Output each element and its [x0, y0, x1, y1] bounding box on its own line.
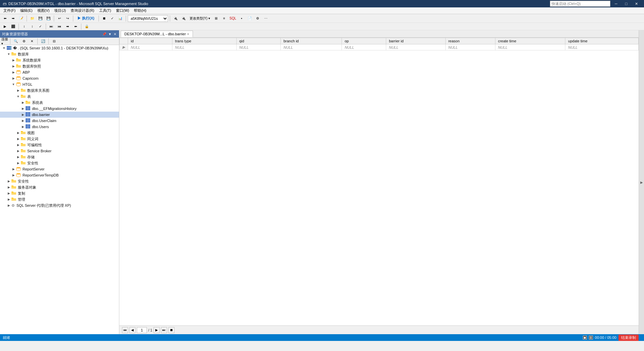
menu-item[interactable]: 窗口(W): [114, 8, 131, 13]
tb2-btn6[interactable]: ⏭: [48, 23, 55, 30]
tb2-btn7[interactable]: ⏮: [56, 23, 63, 30]
tree-expand-databases[interactable]: ▼: [6, 52, 11, 56]
tb-file-btn[interactable]: 📄: [246, 15, 253, 22]
tb2-btn5[interactable]: ✓: [37, 23, 44, 30]
tree-expand-system-dbs[interactable]: ▶: [11, 58, 16, 62]
minimize-button[interactable]: ─: [611, 0, 621, 7]
tree-item-reportserver[interactable]: ▶ReportServer: [0, 166, 119, 172]
next-page-btn[interactable]: ▶: [154, 327, 160, 333]
tree-item-htgl-tables[interactable]: ▼表: [0, 93, 119, 100]
cell-1[interactable]: NULL: [172, 44, 236, 50]
tree-expand-storage[interactable]: ▶: [15, 155, 21, 159]
right-panel-collapse[interactable]: ▶: [639, 30, 644, 334]
tb-settings-btn[interactable]: ⚙: [254, 15, 261, 22]
sidebar-filter-btn[interactable]: 🔍: [12, 38, 19, 45]
tb2-btn10[interactable]: 🔒: [83, 23, 90, 30]
tree-expand-sqlagent[interactable]: ▶: [6, 204, 11, 207]
tb-sql-btn[interactable]: SQL: [229, 15, 237, 22]
menu-item[interactable]: 文件(F): [1, 8, 17, 13]
sidebar-pin-btn[interactable]: 📌: [102, 32, 107, 36]
active-tab[interactable]: DESKTOP-0B3N39M...L - dbo.barrier ×: [121, 31, 193, 37]
sidebar-close-btn[interactable]: ✕: [113, 32, 117, 36]
tree-item-efmigrations[interactable]: ▶dbo.__EFMigrationsHistory: [0, 106, 119, 112]
tree-item-databases[interactable]: ▼数据库: [0, 51, 119, 57]
menu-item[interactable]: 项目(J): [52, 8, 68, 13]
tb-open-btn[interactable]: 📁: [29, 15, 36, 22]
tree-item-htgl-systables[interactable]: ▶系统表: [0, 100, 119, 106]
quick-launch-input[interactable]: [550, 1, 610, 7]
tree-item-storage[interactable]: ▶存储: [0, 154, 119, 160]
sidebar-filter2-btn[interactable]: ⚙: [20, 38, 28, 45]
tree-item-replication[interactable]: ▶复制: [0, 190, 119, 196]
tree-expand-htgl[interactable]: ▼: [11, 83, 16, 86]
tb-grid-btn[interactable]: ⊞: [212, 15, 220, 22]
tree-item-capricorn[interactable]: ▶Capricorn: [0, 75, 119, 81]
sidebar-arrow-btn[interactable]: ▼: [108, 32, 112, 36]
tree-item-servicebroker[interactable]: ▶Service Broker: [0, 148, 119, 154]
sidebar-connect-btn[interactable]: 连接▾: [1, 38, 8, 45]
tree-expand-userclaim[interactable]: ▶: [20, 119, 26, 122]
cell-2[interactable]: NULL: [236, 44, 281, 50]
tree-item-userclaim[interactable]: ▶dbo.UserClaim: [0, 118, 119, 124]
close-button[interactable]: ✕: [631, 0, 641, 7]
cell-5[interactable]: NULL: [386, 44, 445, 50]
tree-item-reportservertempdb[interactable]: ▶ReportServerTempDB: [0, 172, 119, 178]
page-number-input[interactable]: [137, 327, 147, 333]
tree-expand-synonyms[interactable]: ▶: [15, 137, 21, 141]
tb-parse-btn[interactable]: ✓: [109, 15, 116, 22]
tree-item-system-dbs[interactable]: ▶系统数据库: [0, 57, 119, 63]
tree-expand-barrier[interactable]: ▶: [20, 113, 26, 116]
restore-button[interactable]: □: [621, 0, 631, 7]
tree-expand-programmability[interactable]: ▶: [15, 143, 21, 147]
tb2-btn9[interactable]: ⬅: [72, 23, 79, 30]
tree-expand-security[interactable]: ▶: [15, 161, 21, 165]
tree-expand-replication[interactable]: ▶: [6, 192, 11, 195]
tree-item-users[interactable]: ▶dbo.Users: [0, 124, 119, 130]
recording-stop-btn[interactable]: ■: [583, 336, 587, 340]
sidebar-refresh-btn[interactable]: 🔄: [39, 38, 47, 45]
tb2-btn3[interactable]: ↕: [21, 23, 28, 30]
tree-expand-server-objects[interactable]: ▶: [6, 186, 11, 189]
cell-6[interactable]: NULL: [445, 44, 495, 50]
tree-expand-security2[interactable]: ▶: [6, 180, 11, 183]
tb-execute-btn[interactable]: ▶ 执行(X): [75, 15, 97, 22]
tb2-btn1[interactable]: ▶: [1, 23, 9, 30]
sidebar-collapse-btn[interactable]: ⊟: [50, 38, 58, 45]
tree-item-sqlagent[interactable]: ▶⚙SQL Server 代理(已禁用代理 XP): [0, 202, 119, 208]
recording-pause-btn[interactable]: ⏸: [589, 336, 593, 340]
tb-connect-btn[interactable]: 🔌: [172, 15, 179, 22]
tree-item-htgl-diagram[interactable]: ▶数据库关系图: [0, 87, 119, 93]
menu-item[interactable]: 帮助(H): [132, 8, 148, 13]
cell-0[interactable]: NULL: [128, 44, 172, 50]
tb-extra-btn[interactable]: ⋯: [262, 15, 270, 22]
tb-stop-btn[interactable]: ⏹: [100, 15, 108, 22]
tb-save-btn[interactable]: 💾: [37, 15, 44, 22]
tree-expand-management[interactable]: ▶: [6, 198, 11, 201]
tb-changetype-btn[interactable]: 更改类型(Y) ▾: [188, 15, 212, 22]
tree-expand-efmigrations[interactable]: ▶: [20, 107, 26, 110]
tree-expand-users[interactable]: ▶: [20, 125, 26, 128]
menu-item[interactable]: 工具(T): [97, 8, 113, 13]
tree-expand-reportservertempdb[interactable]: ▶: [11, 173, 16, 177]
tree-item-synonyms[interactable]: ▶同义词: [0, 136, 119, 142]
sidebar-stop-filter-btn[interactable]: ✕: [28, 38, 36, 45]
tree-expand-reportserver[interactable]: ▶: [11, 167, 16, 171]
tree-item-htgl[interactable]: ▼HTGL: [0, 81, 119, 87]
cell-4[interactable]: NULL: [342, 44, 386, 50]
menu-item[interactable]: 查询设计器(R): [69, 8, 96, 13]
tb2-btn8[interactable]: ➡: [64, 23, 71, 30]
tree-expand-snapshots[interactable]: ▶: [11, 65, 16, 68]
tree-expand-views[interactable]: ▶: [15, 131, 21, 134]
tree-item-views[interactable]: ▶视图: [0, 130, 119, 136]
cell-3[interactable]: NULL: [281, 44, 342, 50]
tb-results-btn[interactable]: 📊: [117, 15, 124, 22]
cell-7[interactable]: NULL: [495, 44, 565, 50]
tree-item-management[interactable]: ▶管理: [0, 196, 119, 202]
tree-expand-server[interactable]: ▼: [1, 46, 7, 50]
first-page-btn[interactable]: ⏮: [122, 327, 128, 333]
prev-page-btn[interactable]: ◀: [129, 327, 135, 333]
tb-forward-btn[interactable]: ➡: [9, 15, 17, 22]
tb-disconnect-btn[interactable]: 🔌: [180, 15, 187, 22]
tree-item-abp[interactable]: ▶ABP: [0, 69, 119, 75]
cell-8[interactable]: NULL: [565, 44, 639, 50]
